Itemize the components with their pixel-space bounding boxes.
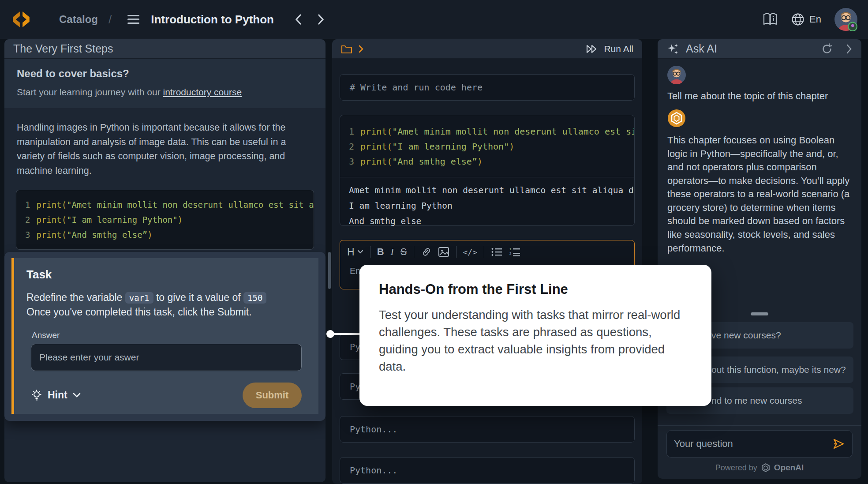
lesson-paragraph: Handling images in Python is important b… [4, 108, 326, 178]
code-line: 1print("Amet minim mollit non deserunt u… [349, 124, 625, 139]
menu-icon[interactable] [127, 15, 139, 24]
guide-book-icon[interactable] [763, 13, 778, 26]
ask-ai-title: Ask AI [686, 42, 717, 55]
folder-icon[interactable] [341, 44, 352, 54]
send-icon[interactable] [832, 438, 845, 450]
code-line: 2print("I am learning Python") [25, 212, 305, 227]
user-message-avatar [667, 66, 686, 84]
value-code-chip: 150 [243, 292, 266, 304]
next-chapter-icon[interactable] [316, 13, 325, 26]
scratch-code-cell[interactable]: # Write and run code here [340, 74, 635, 101]
openai-avatar-icon [667, 109, 686, 128]
ask-ai-header: Ask AI [658, 39, 861, 59]
app-logo-icon[interactable] [11, 10, 32, 29]
bullet-list-icon [491, 247, 502, 257]
chevron-down-icon [73, 393, 81, 398]
italic-button[interactable]: I [391, 246, 394, 258]
powered-by-label: Powered by [715, 463, 757, 473]
link-icon [421, 247, 431, 257]
svg-text:2: 2 [509, 251, 512, 255]
ask-ai-footer: Powered by OpenAI [658, 425, 861, 479]
hint-label: Hint [48, 389, 67, 401]
user-message: Tell me about the topic of this chapter [667, 90, 852, 102]
output-line: And smthg else [349, 214, 625, 229]
code-line: 3print("And smthg else”) [349, 154, 625, 169]
editor-toolbar: H B I S [340, 240, 634, 263]
code-playground-panel: Run All # Write and run code here 1print… [332, 39, 642, 484]
code-line: 1print("Amet minim mollit non deserunt u… [25, 197, 305, 212]
language-selector[interactable]: En [791, 12, 821, 26]
bullet-list-button[interactable] [491, 247, 502, 257]
chevron-down-icon [357, 250, 363, 254]
openai-logo-icon [761, 463, 771, 473]
sparkles-icon [666, 42, 680, 56]
run-all-button[interactable]: Run All [585, 44, 633, 54]
task-container: Task Redefine the variable var1 to give … [4, 252, 326, 421]
run-all-label: Run All [604, 44, 633, 54]
intro-card-text: Start your learning journey with our [17, 87, 163, 97]
scrollbar-thumb[interactable] [328, 252, 331, 289]
code-cell-source: 1print("Amet minim mollit non deserunt u… [340, 120, 634, 173]
suggestions-drag-handle[interactable] [751, 312, 768, 315]
numbered-list-button[interactable]: 1 2 [509, 247, 520, 257]
theory-code-block: 1print("Amet minim mollit non deserunt u… [16, 190, 314, 250]
cell-divider [340, 177, 634, 177]
code-cell-output: Amet minim mollit non deserunt ullamco e… [340, 181, 634, 231]
prev-chapter-icon[interactable] [294, 13, 303, 26]
openai-label: OpenAI [774, 463, 804, 473]
code-format-button[interactable]: </> [463, 248, 478, 257]
svg-text:1: 1 [509, 247, 512, 251]
tooltip-connector-line [330, 333, 360, 335]
submit-button[interactable]: Submit [243, 383, 302, 408]
link-button[interactable] [421, 247, 431, 257]
heading-button[interactable]: H [347, 246, 363, 258]
ai-message: This chapter focuses on using Boolean lo… [667, 134, 852, 255]
chat-history: Tell me about the topic of this chapter … [658, 59, 861, 255]
breadcrumb-chevron-icon [358, 45, 364, 53]
task-text-part: to give it a value of [153, 292, 244, 303]
hint-button[interactable]: Hint [31, 389, 81, 401]
theory-panel: The Very First Steps Need to cover basic… [4, 39, 326, 482]
code-line: 2print("I am learning Python") [349, 139, 625, 154]
breadcrumb-catalog[interactable]: Catalog [59, 13, 98, 26]
task-title: Task [26, 268, 306, 281]
chapter-title: The Very First Steps [13, 42, 113, 55]
question-input[interactable] [674, 438, 832, 450]
answer-input[interactable] [31, 344, 302, 371]
onboarding-tooltip: Hands-On from the First Line Test your u… [359, 265, 711, 406]
python-cell[interactable]: Python... [340, 457, 635, 484]
powered-by: Powered by OpenAI [658, 463, 861, 473]
run-all-icon [585, 44, 599, 54]
theory-panel-header: The Very First Steps [4, 39, 326, 59]
task-text-part: Redefine the variable [26, 292, 125, 303]
language-label: En [809, 14, 821, 25]
question-box [666, 430, 853, 458]
playground-header: Run All [332, 39, 642, 59]
intro-course-card: Need to cover basics? Start your learnin… [4, 59, 326, 108]
strikethrough-button[interactable]: S [400, 246, 407, 258]
course-title: Introduction to Python [151, 13, 274, 26]
tooltip-title: Hands-On from the First Line [379, 281, 692, 297]
bold-button[interactable]: B [377, 246, 384, 258]
top-bar: Catalog / Introduction to Python En [0, 0, 868, 39]
ask-ai-panel: Ask AI Tell me about the [658, 39, 861, 479]
collapse-panel-icon[interactable] [846, 44, 853, 54]
tooltip-body: Test your understanding with tasks that … [379, 306, 692, 375]
code-cell[interactable]: 1print("Amet minim mollit non deserunt u… [340, 115, 635, 226]
tooltip-connector-dot [326, 330, 334, 338]
intro-card-title: Need to cover basics? [17, 68, 313, 80]
variable-code-chip: var1 [125, 292, 153, 304]
task-text-part: Once you've completed this task, click t… [26, 306, 252, 318]
reset-chat-icon[interactable] [821, 43, 833, 55]
user-avatar[interactable] [834, 8, 857, 31]
code-line: 3print("And smthg else”) [25, 227, 305, 242]
task-description: Redefine the variable var1 to give it a … [26, 290, 306, 320]
numbered-list-icon: 1 2 [509, 247, 520, 257]
image-button[interactable] [438, 247, 449, 257]
python-cell[interactable]: Python... [340, 416, 635, 443]
introductory-course-link[interactable]: introductory course [163, 87, 242, 97]
image-icon [438, 247, 449, 257]
task-card: Task Redefine the variable var1 to give … [11, 258, 318, 414]
bulb-icon [31, 389, 42, 401]
output-line: Amet minim mollit non deserunt ullamco e… [349, 183, 625, 198]
